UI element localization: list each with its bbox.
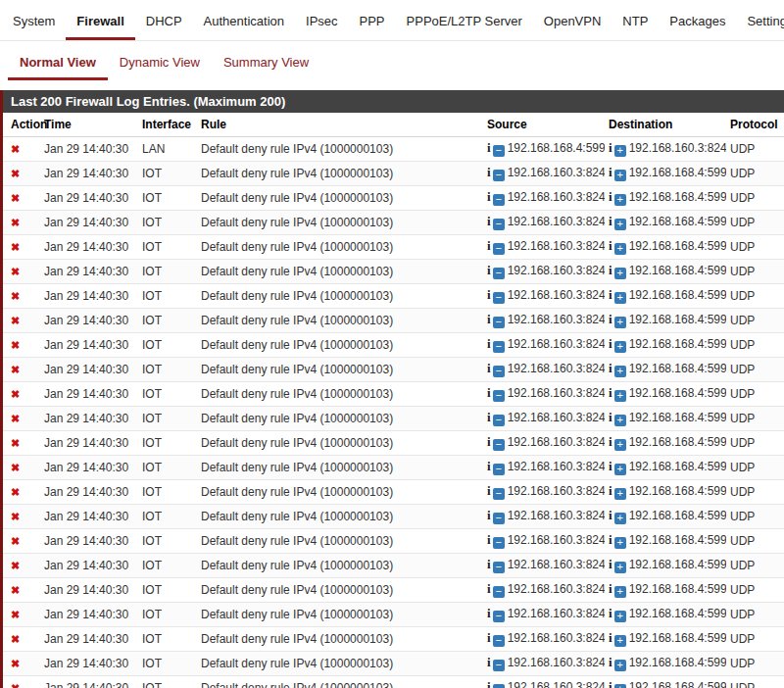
nav-item-settings[interactable]: Settings <box>736 0 784 40</box>
info-icon[interactable]: i <box>609 141 612 155</box>
info-icon[interactable]: i <box>609 656 612 669</box>
block-x-icon[interactable]: ✖ <box>11 168 20 179</box>
info-icon[interactable]: i <box>487 533 491 547</box>
minus-square-icon[interactable]: − <box>493 366 505 377</box>
minus-square-icon[interactable]: − <box>493 611 505 622</box>
info-icon[interactable]: i <box>609 215 612 228</box>
plus-square-icon[interactable]: + <box>614 170 626 181</box>
nav-item-authentication[interactable]: Authentication <box>193 0 295 40</box>
minus-square-icon[interactable]: − <box>493 170 505 181</box>
minus-square-icon[interactable]: − <box>493 660 505 671</box>
block-x-icon[interactable]: ✖ <box>11 266 20 277</box>
info-icon[interactable]: i <box>609 484 612 498</box>
minus-square-icon[interactable]: − <box>493 317 505 328</box>
minus-square-icon[interactable]: − <box>493 292 505 304</box>
plus-square-icon[interactable]: + <box>614 488 626 500</box>
nav-item-firewall[interactable]: Firewall <box>66 0 134 40</box>
minus-square-icon[interactable]: − <box>493 684 505 688</box>
info-icon[interactable]: i <box>487 435 491 449</box>
info-icon[interactable]: i <box>487 141 491 155</box>
plus-square-icon[interactable]: + <box>614 660 626 671</box>
nav-item-ntp[interactable]: NTP <box>612 0 659 40</box>
nav-item-ipsec[interactable]: IPsec <box>295 0 349 40</box>
minus-square-icon[interactable]: − <box>493 243 505 255</box>
info-icon[interactable]: i <box>487 558 491 571</box>
block-x-icon[interactable]: ✖ <box>11 143 20 155</box>
nav-item-packages[interactable]: Packages <box>659 0 736 40</box>
info-icon[interactable]: i <box>487 582 491 596</box>
info-icon[interactable]: i <box>487 509 491 522</box>
info-icon[interactable]: i <box>487 362 491 375</box>
info-icon[interactable]: i <box>609 313 612 326</box>
plus-square-icon[interactable]: + <box>614 635 626 647</box>
plus-square-icon[interactable]: + <box>614 586 626 598</box>
info-icon[interactable]: i <box>487 411 491 424</box>
minus-square-icon[interactable]: − <box>493 145 505 157</box>
block-x-icon[interactable]: ✖ <box>11 486 20 498</box>
plus-square-icon[interactable]: + <box>614 513 626 524</box>
minus-square-icon[interactable]: − <box>493 586 505 598</box>
info-icon[interactable]: i <box>609 288 612 302</box>
info-icon[interactable]: i <box>487 460 491 473</box>
info-icon[interactable]: i <box>609 607 612 620</box>
block-x-icon[interactable]: ✖ <box>11 290 20 302</box>
plus-square-icon[interactable]: + <box>614 194 626 206</box>
plus-square-icon[interactable]: + <box>614 366 626 377</box>
tab-normal-view[interactable]: Normal View <box>8 47 108 80</box>
block-x-icon[interactable]: ✖ <box>11 413 20 424</box>
plus-square-icon[interactable]: + <box>614 341 626 353</box>
plus-square-icon[interactable]: + <box>614 611 626 622</box>
plus-square-icon[interactable]: + <box>614 390 626 402</box>
info-icon[interactable]: i <box>487 288 491 302</box>
info-icon[interactable]: i <box>487 190 491 204</box>
info-icon[interactable]: i <box>487 631 491 645</box>
info-icon[interactable]: i <box>609 386 612 400</box>
info-icon[interactable]: i <box>487 386 491 400</box>
info-icon[interactable]: i <box>487 239 491 253</box>
info-icon[interactable]: i <box>487 337 491 351</box>
plus-square-icon[interactable]: + <box>614 268 626 279</box>
nav-item-pppoe-l2tp-server[interactable]: PPPoE/L2TP Server <box>396 0 533 40</box>
info-icon[interactable]: i <box>609 166 612 179</box>
minus-square-icon[interactable]: − <box>493 219 505 230</box>
plus-square-icon[interactable]: + <box>614 243 626 255</box>
minus-square-icon[interactable]: − <box>493 635 505 647</box>
minus-square-icon[interactable]: − <box>493 268 505 279</box>
plus-square-icon[interactable]: + <box>614 439 626 451</box>
minus-square-icon[interactable]: − <box>493 464 505 475</box>
info-icon[interactable]: i <box>609 190 612 204</box>
plus-square-icon[interactable]: + <box>614 562 626 573</box>
block-x-icon[interactable]: ✖ <box>11 388 20 400</box>
plus-square-icon[interactable]: + <box>614 317 626 328</box>
minus-square-icon[interactable]: − <box>493 488 505 500</box>
info-icon[interactable]: i <box>609 362 612 375</box>
block-x-icon[interactable]: ✖ <box>11 339 20 351</box>
block-x-icon[interactable]: ✖ <box>11 315 20 326</box>
plus-square-icon[interactable]: + <box>614 415 626 426</box>
minus-square-icon[interactable]: − <box>493 415 505 426</box>
minus-square-icon[interactable]: − <box>493 537 505 549</box>
plus-square-icon[interactable]: + <box>614 292 626 304</box>
plus-square-icon[interactable]: + <box>614 464 626 475</box>
plus-square-icon[interactable]: + <box>614 537 626 549</box>
plus-square-icon[interactable]: + <box>614 684 626 688</box>
info-icon[interactable]: i <box>487 264 491 277</box>
info-icon[interactable]: i <box>609 460 612 473</box>
info-icon[interactable]: i <box>487 313 491 326</box>
block-x-icon[interactable]: ✖ <box>11 192 20 204</box>
tab-dynamic-view[interactable]: Dynamic View <box>108 47 212 80</box>
minus-square-icon[interactable]: − <box>493 562 505 573</box>
minus-square-icon[interactable]: − <box>493 341 505 353</box>
info-icon[interactable]: i <box>609 435 612 449</box>
minus-square-icon[interactable]: − <box>493 390 505 402</box>
nav-item-dhcp[interactable]: DHCP <box>135 0 193 40</box>
info-icon[interactable]: i <box>487 607 491 620</box>
info-icon[interactable]: i <box>609 631 612 645</box>
block-x-icon[interactable]: ✖ <box>11 364 20 375</box>
info-icon[interactable]: i <box>609 337 612 351</box>
block-x-icon[interactable]: ✖ <box>11 241 20 253</box>
info-icon[interactable]: i <box>609 239 612 253</box>
block-x-icon[interactable]: ✖ <box>11 584 20 596</box>
info-icon[interactable]: i <box>487 680 491 688</box>
minus-square-icon[interactable]: − <box>493 194 505 206</box>
